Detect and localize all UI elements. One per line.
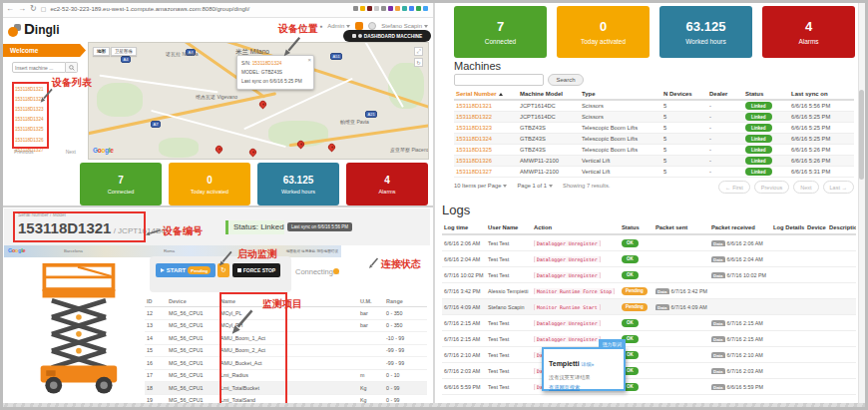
machines-table-row[interactable]: 153118D1321 JCPT1614DC Scissors 5 - Link… (454, 101, 854, 112)
previous-page-button[interactable]: Previous (754, 181, 789, 194)
machines-table-row[interactable]: 153118D1325 GTBZ43S Telescopic Boom Lift… (454, 145, 854, 156)
extension-icon[interactable] (416, 6, 421, 11)
cell-serial-link[interactable]: 153118D1327 (454, 169, 518, 175)
reload-icon[interactable]: ↻ (30, 5, 37, 13)
dashboard-macchine-button[interactable]: DASHBOARD MACCHINE (343, 30, 431, 42)
map-marker[interactable] (248, 148, 258, 158)
data-badge[interactable]: Data (711, 368, 725, 374)
logs-table-row[interactable]: 6/7/16 10:02 PM Test Test Datalogger Unr… (442, 267, 856, 283)
cell-serial-link[interactable]: 153118D1322 (454, 114, 518, 120)
user-dropdown[interactable]: Stefano Scapin (381, 23, 428, 29)
data-badge[interactable]: Data (711, 320, 725, 326)
machines-table-row[interactable]: 153118D1326 AMWP11-2100 Vertical Lift 5 … (454, 156, 854, 167)
sensor-table-row[interactable]: 18 MG_56_CPU1 Lmi_TotalBucket Kg 0 - 99 (145, 382, 427, 395)
dingli-logo[interactable]: Dingli (8, 20, 60, 37)
popup-serial-link[interactable]: 153118D1324 (252, 61, 282, 66)
logs-table-row[interactable]: 6/6/16 2:04 AM Test Test Datalogger Unre… (442, 251, 856, 267)
cell-range: -99 - 99 (384, 360, 427, 366)
sensor-table-row[interactable]: 15 MG_56_CPU1 AMU_Boom_2_Act -99 - 99 (145, 345, 427, 358)
url-bar[interactable]: ec2-52-30-223-189.eu-west-1.compute.amaz… (50, 6, 349, 12)
device-list-item[interactable]: 153118D1326 (13, 135, 48, 145)
data-badge[interactable]: Data (711, 352, 725, 358)
extension-icon[interactable] (409, 6, 414, 11)
close-icon[interactable]: × (307, 57, 311, 63)
device-list-item[interactable]: 153118D1324 (13, 115, 48, 125)
extension-icon[interactable] (353, 6, 358, 11)
logs-table-row[interactable]: 6/7/16 2:10 AM Test Test Datalogger Unre… (442, 347, 856, 363)
logs-table-row[interactable]: 6/6/16 2:06 AM Test Test Datalogger Unre… (442, 235, 856, 251)
map-type-map-button[interactable]: 地图 (93, 47, 110, 56)
map-rotate-button[interactable]: ↻ (414, 58, 423, 67)
machines-search-button[interactable]: Search (548, 74, 584, 86)
sensor-table-row[interactable]: 17 MG_56_CPU1 Lmi_Radius m 0 - 10 (145, 370, 427, 383)
extension-icon[interactable] (395, 6, 400, 11)
status-badge: Linked (745, 113, 772, 121)
data-badge[interactable]: Data (711, 272, 725, 278)
notification-button[interactable] (355, 22, 363, 30)
cell-serial-link[interactable]: 153118D1324 (454, 136, 518, 142)
logs-table-row[interactable]: 6/7/16 4:09 AM Stefano Scapin Monitor Ru… (442, 299, 856, 315)
data-badge[interactable]: Data (711, 384, 725, 390)
machines-table-row[interactable]: 153118D1327 AMWP11-2100 Vertical Lift 5 … (454, 167, 854, 178)
logs-table-row[interactable]: 6/7/16 2:03 AM Test Test Datalogger Unre… (442, 363, 856, 379)
device-list-item[interactable]: 153118D1323 (13, 104, 48, 114)
tooltip-detail-link[interactable]: 详细» (582, 361, 595, 367)
cell-action: Datalogger Unregister (532, 256, 620, 262)
machines-table-row[interactable]: 153118D1324 GTBZ43S Telescopic Boom Lift… (454, 134, 854, 145)
data-badge[interactable]: Data (711, 256, 725, 262)
map-type-satellite-button[interactable]: 卫星图像 (111, 47, 137, 56)
sort-header[interactable]: Serial Number (454, 91, 518, 97)
start-button[interactable]: START Pending (156, 263, 216, 277)
last-page-button[interactable]: Last → (823, 181, 854, 194)
next-link[interactable]: Next (66, 149, 76, 155)
device-list-item[interactable]: 153118D1325 (13, 125, 48, 135)
forward-icon[interactable]: → (18, 5, 26, 13)
scrollbar-thumb[interactable] (859, 90, 864, 180)
machine-search-input[interactable] (12, 62, 66, 73)
cell-range: 0 - 99 (384, 385, 427, 391)
logs-table-row[interactable]: 6/6/16 5:59 PM Test Test Datalogger Unre… (442, 379, 856, 395)
extension-icon[interactable] (374, 6, 379, 11)
fullscreen-button[interactable]: ⤢ (414, 47, 423, 56)
machines-table-row[interactable]: 153118D1322 JCPT1614DC Scissors 5 - Link… (454, 112, 854, 123)
extension-icon[interactable] (367, 6, 372, 11)
scrollbar-track[interactable] (858, 0, 865, 410)
map-marker[interactable] (327, 143, 337, 153)
logs-table-row[interactable]: 6/7/16 2:15 AM Test Test Datalogger Unre… (442, 331, 856, 347)
cell-serial-link[interactable]: 153118D1326 (454, 158, 518, 164)
next-page-button[interactable]: Next (793, 181, 818, 194)
data-badge[interactable]: Data (711, 336, 725, 342)
cell-serial-link[interactable]: 153118D1321 (454, 103, 518, 109)
map[interactable]: A4 A4 A51 A7 A21 诺瓦拉 Novara 米兰 Milano 维杰… (88, 42, 429, 160)
logs-table-row[interactable]: 6/7/16 2:15 AM Test Test Datalogger Unre… (442, 315, 856, 331)
per-page-select[interactable]: 10 Items per Page (454, 183, 507, 189)
extension-icon[interactable] (388, 6, 393, 11)
machines-table-row[interactable]: 153118D1323 GTBZ43S Telescopic Boom Lift… (454, 123, 854, 134)
data-badge[interactable]: Data (655, 304, 669, 310)
machines-search-input[interactable] (454, 74, 544, 86)
extension-icon[interactable] (423, 6, 428, 11)
sensor-table-row[interactable]: 16 MG_56_CPU1 AMU_Bucket_Act -99 - 99 (145, 357, 427, 370)
page-select[interactable]: Page 1 of 1 (517, 183, 553, 189)
extension-icon[interactable] (402, 6, 407, 11)
previous-link[interactable]: Previous (14, 149, 33, 155)
extension-icon[interactable] (381, 6, 386, 11)
tooltip-search-link[interactable]: 有道网页搜索 (549, 384, 619, 391)
map-marker[interactable] (215, 145, 224, 155)
map-marker[interactable] (258, 100, 268, 110)
data-badge[interactable]: Data (711, 240, 725, 246)
cell-ndevices: 5 (661, 169, 707, 175)
cell-serial-link[interactable]: 153118D1323 (454, 125, 518, 131)
admin-dropdown[interactable]: Admin (327, 23, 350, 29)
sensor-table-row[interactable]: 14 MG_56_CPU1 AMU_Boom_1_Act -10 - 99 (145, 332, 427, 345)
force-stop-button[interactable]: FORCE STOP (232, 263, 280, 277)
tooltip-tab[interactable]: 强力取词 (599, 339, 626, 348)
search-button[interactable] (66, 62, 78, 73)
logs-table-row[interactable]: 6/7/16 3:42 PM Alessio Tempietti Monitor… (442, 283, 856, 299)
sensor-table-row[interactable]: 13 MG_56_CPU1 MCyl_PH bar 0 - 350 (145, 320, 427, 333)
cell-serial-link[interactable]: 153118D1325 (454, 147, 518, 153)
first-page-button[interactable]: ← First (718, 181, 750, 194)
back-icon[interactable]: ← (6, 5, 14, 13)
data-badge[interactable]: Data (655, 288, 669, 294)
extension-icon[interactable] (360, 6, 365, 11)
